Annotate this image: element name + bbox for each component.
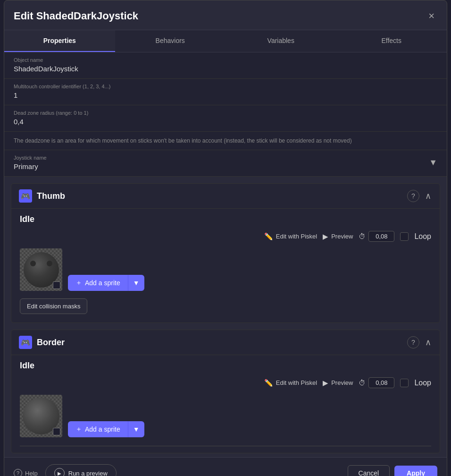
footer: ? Help ▶ Run a preview Cancel Apply — [4, 457, 447, 476]
thumb-animation-controls: ✏️ Edit with Piskel ▶ Preview ⏱ Loop — [11, 228, 440, 245]
multitouch-label: Multitouch controller identifier (1, 2, … — [14, 84, 437, 89]
border-help-button[interactable]: ? — [407, 336, 419, 348]
close-button[interactable]: × — [426, 9, 437, 23]
thumb-section: 🎮 Thumb ? ∧ Idle ✏️ Edit with Piskel — [11, 183, 440, 323]
thumb-collapse-button[interactable]: ∧ — [424, 190, 432, 202]
border-fps-input[interactable] — [368, 377, 394, 388]
thumb-sprite-select[interactable] — [53, 281, 60, 289]
run-preview-button[interactable]: ▶ Run a preview — [45, 464, 117, 476]
joystick-name-field[interactable]: Joystick name Primary ▼ — [4, 150, 447, 177]
joystick-name-value: Primary — [14, 162, 424, 170]
thumb-add-sprite-group: ＋ Add a sprite ▼ — [68, 275, 144, 291]
play-icon-2: ▶ — [323, 379, 328, 387]
border-loop-label: Loop — [414, 379, 431, 387]
multitouch-field: Multitouch controller identifier (1, 2, … — [4, 79, 447, 105]
thumb-edit-piskel[interactable]: ✏️ Edit with Piskel — [264, 232, 317, 241]
thumb-help-button[interactable]: ? — [407, 190, 419, 202]
thumb-loop-checkbox[interactable] — [400, 232, 409, 241]
plus-icon-2: ＋ — [75, 425, 82, 434]
dropdown-arrow-icon: ▼ — [429, 158, 437, 168]
deadzone-value: 0,4 — [14, 118, 437, 126]
border-animation-controls: ✏️ Edit with Piskel ▶ Preview ⏱ Loop — [11, 374, 440, 391]
timer-icon: ⏱ — [359, 232, 366, 240]
tab-properties[interactable]: Properties — [4, 30, 115, 52]
border-section: 🎮 Border ? ∧ Idle ✏️ Edit with Piskel — [11, 330, 440, 453]
play-icon: ▶ — [323, 232, 328, 241]
apply-button[interactable]: Apply — [394, 466, 437, 476]
border-section-header: 🎮 Border ? ∧ — [11, 330, 440, 355]
border-edit-piskel[interactable]: ✏️ Edit with Piskel — [264, 379, 317, 387]
border-loop-checkbox[interactable] — [400, 379, 409, 387]
thumb-loop-label: Loop — [414, 232, 431, 241]
border-icon: 🎮 — [19, 336, 32, 349]
dialog: Edit ShadedDarkJoystick × Properties Beh… — [4, 0, 447, 476]
thumb-icon: 🎮 — [19, 189, 32, 203]
thumb-sprite-thumbnail — [20, 248, 62, 291]
tabs-bar: Properties Behaviors Variables Effects — [4, 30, 447, 52]
help-circle-icon: ? — [14, 469, 22, 476]
border-section-divider — [20, 446, 431, 446]
border-add-sprite-dropdown[interactable]: ▼ — [128, 421, 144, 437]
object-name-field: Object name ShadedDarkJoystick — [4, 52, 447, 79]
dialog-title: Edit ShadedDarkJoystick — [14, 10, 138, 22]
play-circle-icon: ▶ — [54, 468, 65, 476]
thumb-add-sprite-button[interactable]: ＋ Add a sprite — [68, 275, 128, 291]
thumb-preview[interactable]: ▶ Preview — [323, 232, 353, 241]
border-sprite-select[interactable] — [53, 428, 60, 435]
border-title: Border — [37, 338, 65, 348]
edit-collision-masks-button[interactable]: Edit collision masks — [20, 298, 87, 314]
deadzone-field: Dead zone radius (range: 0 to 1) 0,4 — [4, 105, 447, 132]
thumb-title: Thumb — [37, 191, 65, 201]
thumb-animation-label: Idle — [11, 209, 440, 228]
deadzone-label: Dead zone radius (range: 0 to 1) — [14, 110, 437, 116]
tab-behaviors[interactable]: Behaviors — [115, 30, 226, 52]
content-area: Object name ShadedDarkJoystick Multitouc… — [4, 52, 447, 457]
multitouch-value: 1 — [14, 91, 437, 99]
cancel-button[interactable]: Cancel — [348, 465, 390, 476]
border-sprite-thumbnail — [20, 395, 62, 437]
thumb-fps-input[interactable] — [368, 231, 394, 242]
thumb-add-sprite-dropdown[interactable]: ▼ — [128, 275, 144, 291]
object-name-label: Object name — [14, 57, 437, 63]
pencil-icon: ✏️ — [264, 232, 273, 241]
timer-icon-2: ⏱ — [359, 379, 366, 387]
joystick-name-label: Joystick name — [14, 155, 424, 161]
dialog-header: Edit ShadedDarkJoystick × — [4, 0, 447, 30]
tab-variables[interactable]: Variables — [226, 30, 336, 52]
deadzone-note: The deadzone is an area for which moveme… — [4, 132, 447, 150]
content-inner: Object name ShadedDarkJoystick Multitouc… — [4, 52, 447, 457]
thumb-sprite-row: ＋ Add a sprite ▼ — [11, 245, 440, 295]
border-add-sprite-button[interactable]: ＋ Add a sprite — [68, 421, 128, 437]
border-collapse-button[interactable]: ∧ — [424, 336, 432, 348]
border-add-sprite-group: ＋ Add a sprite ▼ — [68, 421, 144, 437]
plus-icon: ＋ — [75, 279, 82, 287]
object-name-value: ShadedDarkJoystick — [14, 65, 437, 73]
border-sprite-row: ＋ Add a sprite ▼ — [11, 391, 440, 441]
thumb-section-header: 🎮 Thumb ? ∧ — [11, 184, 440, 209]
border-preview[interactable]: ▶ Preview — [323, 379, 353, 387]
pencil-icon-2: ✏️ — [264, 379, 273, 387]
border-animation-label: Idle — [11, 355, 440, 374]
help-button[interactable]: ? Help — [14, 469, 38, 476]
tab-effects[interactable]: Effects — [336, 30, 447, 52]
